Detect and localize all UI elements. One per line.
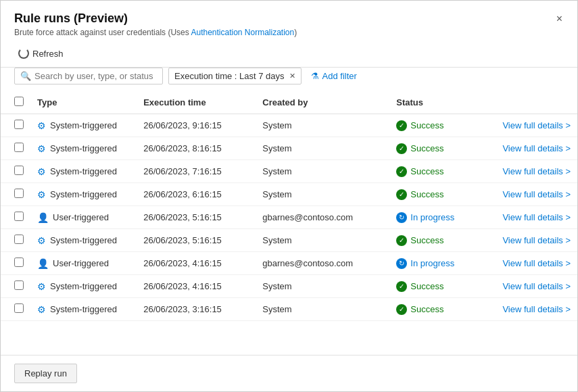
inprogress-icon: ↻ (396, 212, 407, 223)
view-full-details-link[interactable]: View full details > (502, 235, 571, 245)
row-type-cell: ⚙System-triggered (30, 114, 137, 137)
row-execution-time: 26/06/2023, 3:16:15 (137, 298, 256, 321)
row-execution-time: 26/06/2023, 4:16:15 (137, 275, 256, 298)
row-type-label: System-triggered (50, 166, 117, 176)
execution-time-filter-chip: Execution time : Last 7 days ✕ (168, 68, 302, 84)
row-type-cell: ⚙System-triggered (30, 183, 137, 206)
row-type-cell: ⚙System-triggered (30, 137, 137, 160)
row-created-by: gbarnes@contoso.com (256, 206, 389, 229)
chip-close-button[interactable]: ✕ (289, 72, 295, 80)
row-created-by: System (256, 298, 389, 321)
view-full-details-link[interactable]: View full details > (502, 304, 571, 314)
table-row: ⚙System-triggered26/06/2023, 5:16:15Syst… (1, 229, 577, 252)
status-label: Success (410, 189, 443, 199)
user-icon: 👤 (37, 212, 49, 223)
view-full-details-link[interactable]: View full details > (502, 166, 571, 176)
select-all-checkbox[interactable] (14, 97, 24, 106)
table-row: ⚙System-triggered26/06/2023, 9:16:15Syst… (1, 114, 577, 137)
row-created-by: System (256, 275, 389, 298)
row-checkbox[interactable] (14, 303, 24, 313)
gear-icon: ⚙ (37, 143, 46, 154)
close-button[interactable]: × (552, 10, 567, 28)
row-type-cell: ⚙System-triggered (30, 160, 137, 183)
row-type-label: System-triggered (50, 281, 117, 291)
view-full-details-link[interactable]: View full details > (502, 120, 571, 130)
refresh-icon (18, 48, 29, 59)
status-success: ✓Success (396, 189, 489, 200)
search-box[interactable]: 🔍 (14, 68, 163, 84)
row-execution-time: 26/06/2023, 6:16:15 (137, 183, 256, 206)
view-full-details-link[interactable]: View full details > (502, 189, 571, 199)
row-action-cell: View full details > (496, 183, 577, 206)
row-checkbox[interactable] (14, 280, 24, 290)
row-type-label: User-triggered (53, 212, 109, 222)
row-type-cell: 👤User-triggered (30, 206, 137, 229)
success-icon: ✓ (396, 143, 407, 154)
row-checkbox[interactable] (14, 143, 24, 152)
table-header-row: Type Execution time Created by Status (1, 91, 577, 114)
status-label: Success (410, 143, 443, 153)
runs-table: Type Execution time Created by Status ⚙S… (1, 91, 577, 321)
row-execution-time: 26/06/2023, 8:16:15 (137, 137, 256, 160)
success-icon: ✓ (396, 235, 407, 246)
row-status-cell: ↻In progress (389, 206, 496, 229)
row-checkbox[interactable] (14, 120, 24, 129)
add-filter-button[interactable]: ⚗ Add filter (307, 68, 361, 84)
subtitle-link[interactable]: Authentication Normalization (191, 28, 294, 37)
row-checkbox[interactable] (14, 235, 24, 244)
row-checkbox-cell (1, 160, 30, 183)
row-type-label: System-triggered (50, 235, 117, 245)
row-checkbox[interactable] (14, 189, 24, 198)
row-type-cell: 👤User-triggered (30, 252, 137, 275)
table-row: ⚙System-triggered26/06/2023, 7:16:15Syst… (1, 160, 577, 183)
row-checkbox-cell (1, 206, 30, 229)
status-label: In progress (410, 212, 454, 222)
row-type-label: System-triggered (50, 189, 117, 199)
status-success: ✓Success (396, 120, 489, 131)
status-label: Success (410, 166, 443, 176)
row-checkbox[interactable] (14, 212, 24, 221)
row-checkbox-cell (1, 252, 30, 275)
replay-run-button[interactable]: Replay run (14, 364, 77, 383)
row-checkbox-cell (1, 298, 30, 321)
gear-icon: ⚙ (37, 189, 46, 200)
row-type-cell: ⚙System-triggered (30, 275, 137, 298)
row-type-label: System-triggered (50, 143, 117, 153)
row-status-cell: ✓Success (389, 137, 496, 160)
row-checkbox[interactable] (14, 166, 24, 175)
table-body: ⚙System-triggered26/06/2023, 9:16:15Syst… (1, 114, 577, 321)
row-type-cell: ⚙System-triggered (30, 298, 137, 321)
refresh-button[interactable]: Refresh (14, 45, 68, 62)
row-checkbox[interactable] (14, 258, 24, 267)
row-created-by: System (256, 183, 389, 206)
dialog-footer: Replay run (1, 355, 577, 391)
view-full-details-link[interactable]: View full details > (502, 143, 571, 153)
status-success: ✓Success (396, 143, 489, 154)
row-execution-time: 26/06/2023, 5:16:15 (137, 206, 256, 229)
row-status-cell: ✓Success (389, 183, 496, 206)
table-row: ⚙System-triggered26/06/2023, 6:16:15Syst… (1, 183, 577, 206)
row-checkbox-cell (1, 183, 30, 206)
row-checkbox-cell (1, 137, 30, 160)
status-label: Success (410, 120, 443, 130)
row-created-by: System (256, 160, 389, 183)
row-type-label: User-triggered (53, 258, 109, 268)
row-created-by: System (256, 114, 389, 137)
rule-runs-dialog: Rule runs (Preview) Brute force attack a… (0, 0, 578, 392)
status-success: ✓Success (396, 235, 489, 246)
status-inprogress: ↻In progress (396, 212, 489, 223)
view-full-details-link[interactable]: View full details > (502, 258, 571, 268)
row-checkbox-cell (1, 114, 30, 137)
row-status-cell: ✓Success (389, 114, 496, 137)
view-full-details-link[interactable]: View full details > (502, 212, 571, 222)
search-input[interactable] (34, 71, 157, 81)
table-row: 👤User-triggered26/06/2023, 4:16:15gbarne… (1, 252, 577, 275)
status-success: ✓Success (396, 304, 489, 315)
header-action (496, 91, 577, 114)
toolbar: Refresh (1, 40, 577, 67)
status-inprogress: ↻In progress (396, 258, 489, 269)
table-container: Type Execution time Created by Status ⚙S… (1, 91, 577, 355)
view-full-details-link[interactable]: View full details > (502, 281, 571, 291)
status-label: Success (410, 281, 443, 291)
header-status: Status (389, 91, 496, 114)
